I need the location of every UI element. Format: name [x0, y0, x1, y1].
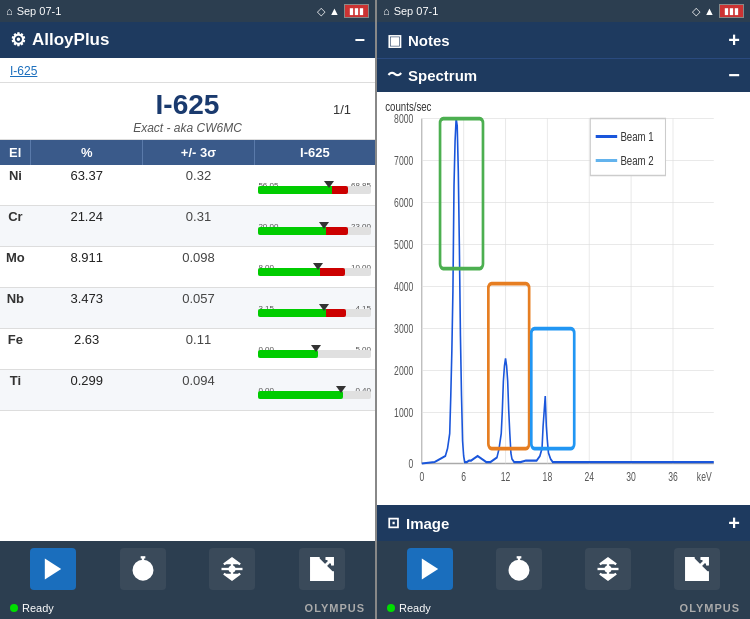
right-play-button[interactable]	[407, 548, 453, 590]
svg-marker-0	[45, 559, 61, 580]
play-button[interactable]	[30, 548, 76, 590]
right-gps-icon: ◇	[692, 5, 700, 18]
svg-text:3000: 3000	[394, 323, 413, 336]
notes-add-button[interactable]: +	[728, 29, 740, 52]
notes-title: Notes	[408, 32, 450, 49]
right-status-bar: ⌂ Sep 07-1 ◇ ▲ ▮▮▮	[377, 0, 750, 22]
right-status-date: Sep 07-1	[394, 5, 439, 17]
col-pct: %	[31, 140, 143, 165]
battery-icon: ▮▮▮	[344, 4, 369, 18]
sigma-fe: 0.11	[143, 329, 255, 370]
bar-mo: 8.0010.00	[254, 247, 375, 288]
image-header: ⊡ Image +	[377, 505, 750, 541]
pct-ni: 63.37	[31, 165, 143, 206]
alloy-subtitle: Exact - aka CW6MC	[10, 121, 365, 135]
el-mo: Mo	[0, 247, 31, 288]
svg-text:4000: 4000	[394, 281, 413, 294]
alloy-name-row: I-625 1/1	[10, 89, 365, 121]
bar-fe: 0.005.00	[254, 329, 375, 370]
gps-icon: ◇	[317, 5, 325, 18]
image-add-button[interactable]: +	[728, 512, 740, 535]
left-panel: ⌂ Sep 07-1 ◇ ▲ ▮▮▮ ⚙ AlloyPlus − I-625 I…	[0, 0, 375, 619]
svg-point-7	[230, 567, 235, 572]
svg-text:30: 30	[626, 471, 636, 484]
notes-icon: ▣	[387, 31, 402, 50]
notes-title-group: ▣ Notes	[387, 31, 450, 50]
notes-header: ▣ Notes +	[377, 22, 750, 58]
right-export-button[interactable]	[674, 548, 720, 590]
el-nb: Nb	[0, 288, 31, 329]
svg-rect-9	[381, 96, 746, 501]
svg-text:2000: 2000	[394, 365, 413, 378]
spectrum-chart-area: counts/sec 8000 7000 6000 5000 4000 3000…	[377, 92, 750, 505]
left-status-bar: ⌂ Sep 07-1 ◇ ▲ ▮▮▮	[0, 0, 375, 22]
pct-cr: 21.24	[31, 206, 143, 247]
el-ti: Ti	[0, 370, 31, 411]
right-timer-button[interactable]	[496, 548, 542, 590]
export-button[interactable]	[299, 548, 345, 590]
table-row: Nb 3.473 0.057 3.154.15	[0, 288, 375, 329]
svg-text:0: 0	[408, 458, 413, 471]
svg-point-53	[606, 567, 611, 572]
svg-text:18: 18	[543, 471, 553, 484]
breadcrumb: I-625	[0, 58, 375, 83]
bar-ti: 0.000.40	[254, 370, 375, 411]
alloy-fraction: 1/1	[333, 102, 351, 117]
image-title-group: ⊡ Image	[387, 514, 449, 532]
right-panel: ⌂ Sep 07-1 ◇ ▲ ▮▮▮ ▣ Notes + 〜 Spectrum …	[375, 0, 750, 619]
alloyplus-header: ⚙ AlloyPlus −	[0, 22, 375, 58]
alloy-name: I-625	[156, 89, 220, 121]
ready-dot	[10, 604, 18, 612]
right-wifi-icon: ▲	[704, 5, 715, 17]
pct-nb: 3.473	[31, 288, 143, 329]
table-row: Cr 21.24 0.31 20.0023.00	[0, 206, 375, 247]
el-ni: Ni	[0, 165, 31, 206]
spectrum-icon: 〜	[387, 66, 402, 85]
table-row: Fe 2.63 0.11 0.005.00	[0, 329, 375, 370]
element-table: El % +/- 3σ I-625 Ni 63.37 0.32	[0, 140, 375, 541]
pct-ti: 0.299	[31, 370, 143, 411]
svg-text:7000: 7000	[394, 155, 413, 168]
right-status-left: ⌂ Sep 07-1	[383, 5, 438, 17]
el-fe: Fe	[0, 329, 31, 370]
right-scale-button[interactable]	[585, 548, 631, 590]
right-battery-icon: ▮▮▮	[719, 4, 744, 18]
right-status-footer: Ready OLYMPUS	[377, 597, 750, 619]
spectrum-title: Spectrum	[408, 67, 477, 84]
alloy-info: I-625 1/1 Exact - aka CW6MC	[0, 83, 375, 140]
sigma-cr: 0.31	[143, 206, 255, 247]
sigma-nb: 0.057	[143, 288, 255, 329]
breadcrumb-link[interactable]: I-625	[10, 64, 37, 78]
y-axis-label: counts/sec	[385, 98, 431, 113]
spectrum-collapse-button[interactable]: −	[728, 64, 740, 87]
left-status-footer: Ready OLYMPUS	[0, 597, 375, 619]
sigma-mo: 0.098	[143, 247, 255, 288]
svg-text:1000: 1000	[394, 407, 413, 420]
status-left: ⌂ Sep 07-1	[6, 5, 61, 17]
svg-text:5000: 5000	[394, 239, 413, 252]
scale-button[interactable]	[209, 548, 255, 590]
status-date: Sep 07-1	[17, 5, 62, 17]
beam1-label: Beam 1	[620, 128, 653, 143]
alloyplus-title: AlloyPlus	[32, 30, 109, 50]
col-alloy: I-625	[254, 140, 375, 165]
pct-fe: 2.63	[31, 329, 143, 370]
left-toolbar	[0, 541, 375, 597]
right-ready-dot	[387, 604, 395, 612]
svg-text:6000: 6000	[394, 197, 413, 210]
table-row: Ti 0.299 0.094 0.000.40	[0, 370, 375, 411]
home-icon: ⌂	[6, 5, 13, 17]
svg-text:6: 6	[461, 471, 466, 484]
beam2-label: Beam 2	[620, 152, 653, 167]
spectrum-chart: counts/sec 8000 7000 6000 5000 4000 3000…	[381, 96, 746, 501]
collapse-button[interactable]: −	[354, 30, 365, 51]
right-ready-label: Ready	[399, 602, 431, 614]
alloyplus-title-group: ⚙ AlloyPlus	[10, 29, 109, 51]
svg-text:36: 36	[668, 471, 678, 484]
image-icon: ⊡	[387, 514, 400, 532]
right-brand-label: OLYMPUS	[680, 602, 740, 614]
ready-status: Ready	[10, 602, 54, 614]
svg-text:24: 24	[584, 471, 594, 484]
timer-button[interactable]	[120, 548, 166, 590]
brand-label: OLYMPUS	[305, 602, 365, 614]
